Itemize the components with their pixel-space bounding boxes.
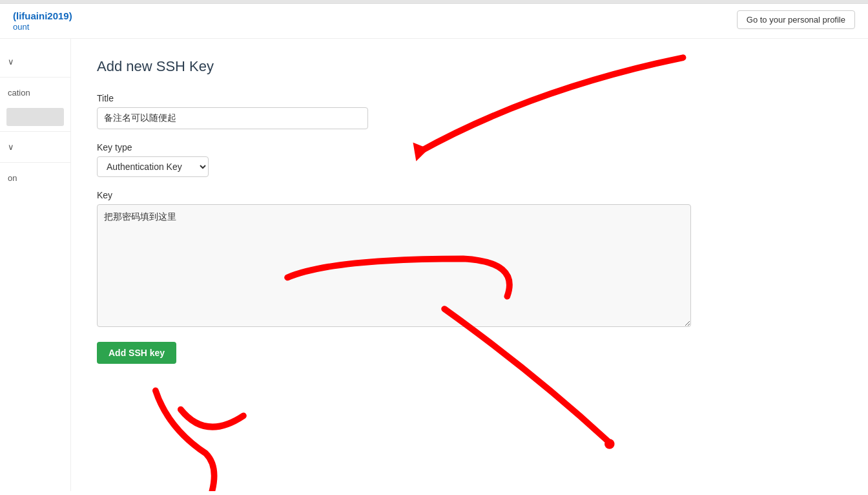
sidebar-divider-2: [0, 131, 70, 132]
header-left: (lifuaini2019) ount: [13, 10, 72, 32]
sidebar-box: [6, 108, 64, 126]
svg-point-1: [604, 439, 615, 449]
sidebar-divider-3: [0, 162, 70, 163]
key-type-label: Key type: [97, 142, 842, 153]
profile-button[interactable]: Go to your personal profile: [737, 10, 855, 29]
main-content: Add new SSH Key Title Key type Authentic…: [71, 39, 868, 491]
title-input[interactable]: [97, 107, 368, 129]
sidebar-chevron-2-icon: ∨: [8, 142, 14, 152]
key-type-select[interactable]: Authentication Key Signing Key: [97, 156, 209, 177]
key-textarea[interactable]: 把那密码填到这里: [97, 204, 691, 327]
header: (lifuaini2019) ount Go to your personal …: [0, 4, 868, 39]
sidebar-item-on[interactable]: on: [0, 168, 70, 188]
username[interactable]: (lifuaini2019): [13, 10, 72, 21]
title-form-group: Title: [97, 93, 842, 129]
layout: ∨ cation ∨ on Add new SSH Key Title Key …: [0, 39, 868, 491]
key-label: Key: [97, 190, 842, 200]
sidebar-item-cation[interactable]: cation: [0, 83, 70, 103]
add-ssh-button[interactable]: Add SSH key: [97, 342, 176, 364]
sidebar-item-chevron-2[interactable]: ∨: [0, 137, 70, 157]
sidebar-divider-1: [0, 77, 70, 78]
key-form-group: Key 把那密码填到这里: [97, 190, 842, 329]
title-label: Title: [97, 93, 842, 103]
page-title: Add new SSH Key: [97, 58, 842, 75]
sidebar-item-chevron-1[interactable]: ∨: [0, 52, 70, 72]
sidebar-chevron-1-icon: ∨: [8, 57, 14, 67]
account-link[interactable]: ount: [13, 22, 29, 32]
sidebar: ∨ cation ∨ on: [0, 39, 71, 491]
key-type-form-group: Key type Authentication Key Signing Key: [97, 142, 842, 177]
